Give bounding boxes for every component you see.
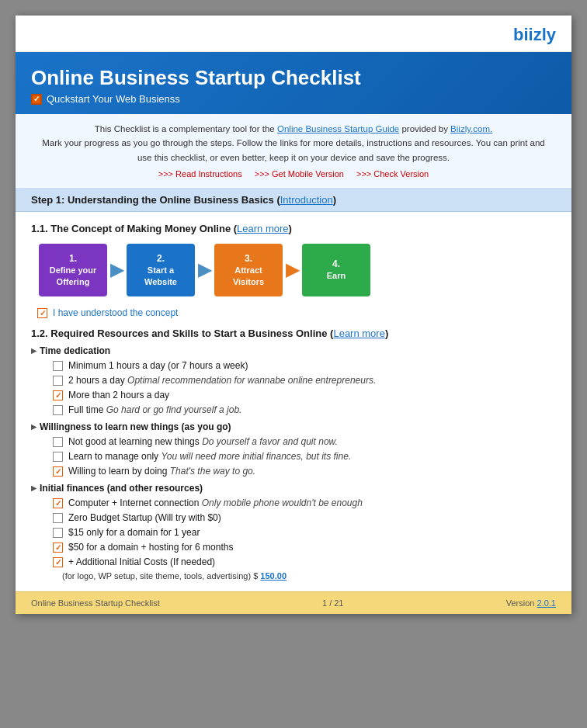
- read-instructions-link[interactable]: >>> Read Instructions: [158, 168, 242, 182]
- learn-more-1-link[interactable]: Learn more: [237, 223, 288, 234]
- step1-header: Step 1: Understanding the Online Busines…: [16, 189, 571, 212]
- category-willingness-label: Willingness to learn new things (as you …: [40, 421, 231, 432]
- will-cb-1[interactable]: [53, 437, 63, 447]
- footer-right: Version 2.0.1: [506, 598, 556, 608]
- fin-item-3: $15 only for a domain for 1 year: [47, 527, 556, 538]
- willingness-items: Not good at learning new things Do yours…: [47, 436, 556, 477]
- fin-cb-5[interactable]: [53, 557, 63, 567]
- time-cb-2[interactable]: [53, 376, 63, 386]
- category-finances[interactable]: ▶ Initial finances (and other resources): [31, 483, 556, 494]
- time-cb-3[interactable]: [53, 390, 63, 400]
- triangle-icon-3: ▶: [31, 484, 36, 492]
- intro-text: This Checklist is a complementary tool f…: [39, 122, 548, 136]
- arrow-2: ▶: [195, 260, 214, 280]
- time-item-2: 2 hours a day Optimal recommendation for…: [47, 375, 556, 386]
- content-area: 1.1. The Concept of Making Money Online …: [16, 212, 571, 591]
- version-link[interactable]: 2.0.1: [537, 598, 556, 608]
- page: biizly Online Business Startup Checklist…: [16, 16, 571, 614]
- time-item-1: Minimum 1 hours a day (or 7 hours a week…: [47, 360, 556, 371]
- footer: Online Business Startup Checklist 1 / 21…: [16, 591, 571, 614]
- concept-check-item: I have understood the concept: [31, 307, 556, 318]
- will-item-3: Willing to learn by doing That's the way…: [47, 466, 556, 477]
- header: biizly: [16, 16, 571, 52]
- triangle-icon-2: ▶: [31, 423, 36, 431]
- intro-link[interactable]: Introduction: [280, 194, 333, 206]
- arrow-3: ▶: [283, 260, 302, 280]
- category-time-label: Time dedication: [40, 345, 110, 356]
- finances-items: Computer + Internet connection Only mobi…: [47, 497, 556, 581]
- fin-item-2: Zero Budget Startup (Will try with $0): [47, 512, 556, 523]
- fin-cb-3[interactable]: [53, 528, 63, 538]
- fin-cb-1[interactable]: [53, 498, 63, 508]
- triangle-icon: ▶: [31, 347, 36, 355]
- step-website: 2. Start aWebsite: [127, 244, 195, 296]
- step1-label: Step 1: Understanding the Online Busines…: [31, 194, 274, 206]
- page-title: Online Business Startup Checklist: [31, 66, 556, 90]
- fin-item-1: Computer + Internet connection Only mobi…: [47, 497, 556, 508]
- biizly-link[interactable]: Biizly.com.: [450, 124, 492, 133]
- concept-check-label: I have understood the concept: [53, 307, 178, 318]
- will-item-1: Not good at learning new things Do yours…: [47, 436, 556, 447]
- learn-more-2-link[interactable]: Learn more: [333, 328, 384, 339]
- logo: biizly: [513, 25, 556, 45]
- logo-text: biizly: [513, 25, 556, 44]
- will-cb-3[interactable]: [53, 466, 63, 477]
- intro-details: Mark your progress as you go through the…: [39, 136, 548, 165]
- time-item-4: Full time Go hard or go find yourself a …: [47, 404, 556, 415]
- subtitle-row: ✓ Quckstart Your Web Busienss: [31, 93, 556, 105]
- check-version-link[interactable]: >>> Check Version: [356, 168, 429, 182]
- fin-cb-2[interactable]: [53, 513, 63, 523]
- time-cb-1[interactable]: [53, 361, 63, 371]
- footer-left: Online Business Startup Checklist: [31, 598, 160, 608]
- category-willingness[interactable]: ▶ Willingness to learn new things (as yo…: [31, 421, 556, 432]
- time-item-3: More than 2 hours a day: [47, 390, 556, 400]
- subtitle-text: Quckstart Your Web Busienss: [47, 93, 180, 105]
- fin-item-5: + Additional Initial Costs (If needed): [47, 556, 556, 567]
- intro-section: This Checklist is a complementary tool f…: [16, 114, 571, 189]
- fin-item-4: $50 for a domain + hosting for 6 months: [47, 542, 556, 553]
- cost-value: 150.00: [260, 571, 287, 581]
- concept-checkbox[interactable]: [37, 308, 47, 318]
- cost-row: (for logo, WP setup, site theme, tools, …: [47, 571, 556, 581]
- step-earn: 4. Earn: [302, 244, 370, 296]
- mobile-version-link[interactable]: >>> Get Mobile Version: [255, 168, 344, 182]
- time-items: Minimum 1 hours a day (or 7 hours a week…: [47, 360, 556, 415]
- time-cb-4[interactable]: [53, 405, 63, 415]
- intro-links: >>> Read Instructions >>> Get Mobile Ver…: [39, 168, 548, 182]
- footer-center: 1 / 21: [322, 598, 344, 608]
- category-finances-label: Initial finances (and other resources): [40, 483, 203, 494]
- will-item-2: Learn to manage only You will need more …: [47, 451, 556, 462]
- will-cb-2[interactable]: [53, 452, 63, 462]
- title-banner: Online Business Startup Checklist ✓ Quck…: [16, 52, 571, 114]
- section1-title: 1.1. The Concept of Making Money Online …: [31, 223, 556, 234]
- process-steps: 1. Define yourOffering ▶ 2. Start aWebsi…: [39, 244, 548, 296]
- step-define: 1. Define yourOffering: [39, 244, 107, 296]
- section2-title: 1.2. Required Resources and Skills to St…: [31, 328, 556, 339]
- step-attract: 3. AttractVisitors: [214, 244, 283, 296]
- guide-link[interactable]: Online Business Startup Guide: [277, 124, 399, 133]
- subtitle-checkbox[interactable]: ✓: [31, 94, 42, 105]
- arrow-1: ▶: [107, 260, 127, 280]
- category-time[interactable]: ▶ Time dedication: [31, 345, 556, 356]
- fin-cb-4[interactable]: [53, 543, 63, 553]
